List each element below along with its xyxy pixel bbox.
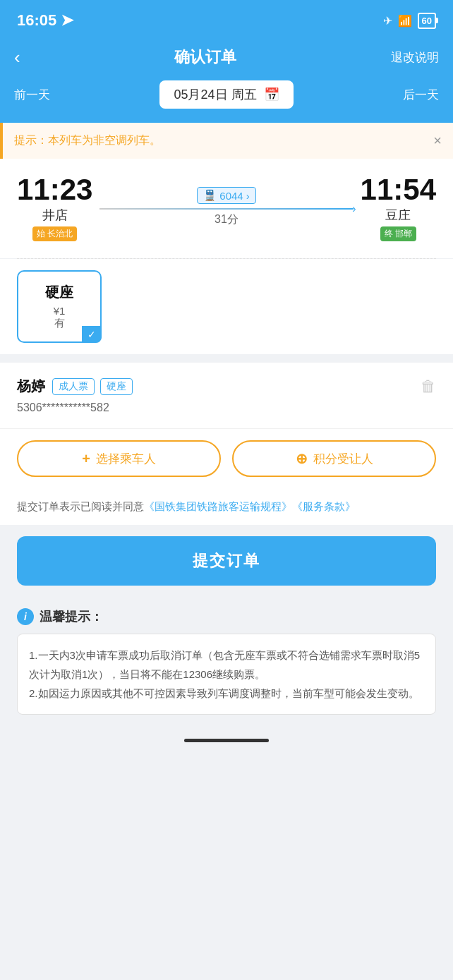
arrival-info: 11:54 豆庄 终 邯郸 (361, 173, 436, 241)
seat-type-badge: 硬座 (100, 378, 133, 395)
train-info-card: 11:23 井店 始 长治北 🚆 6044 › 31分 (0, 159, 453, 258)
submit-section: 提交订单 (0, 525, 453, 597)
tips-section: i 温馨提示： 1.一天内3次申请车票成功后取消订单（包含无座车票或不符合选铺需… (0, 597, 453, 726)
location-icon: ➤ (61, 11, 73, 30)
passenger-header: 杨婷 成人票 硬座 🗑 (17, 377, 436, 396)
notice-text: 提示：本列车为非空调列车。 (14, 133, 161, 148)
arrival-time: 11:54 (361, 173, 436, 206)
passenger-badges: 成人票 硬座 (52, 378, 133, 395)
info-icon: i (17, 608, 34, 625)
status-icons: ✈ 📶 60 (383, 13, 436, 29)
arrival-tag-label: 终 (385, 229, 393, 238)
points-icon: ⊕ (296, 450, 308, 467)
terms-link-1[interactable]: 《国铁集团铁路旅客运输规程》 (144, 500, 292, 512)
train-number: 🚆 6044 › (197, 187, 255, 204)
train-middle: 🚆 6044 › 31分 (92, 187, 360, 227)
tips-text: 1.一天内3次申请车票成功后取消订单（包含无座车票或不符合选铺需求车票时取消5次… (29, 649, 420, 699)
agreement-prefix: 提交订单表示已阅读并同意 (17, 500, 144, 512)
action-buttons: + 选择乘车人 ⊕ 积分受让人 (0, 428, 453, 488)
departure-info: 11:23 井店 始 长治北 (17, 173, 92, 241)
terms-link-2[interactable]: 《服务条款》 (292, 500, 356, 512)
notice-close-button[interactable]: × (433, 133, 442, 149)
refund-policy-button[interactable]: 退改说明 (391, 49, 439, 66)
add-passenger-button[interactable]: + 选择乘车人 (17, 440, 221, 477)
seat-check-icon: ✓ (82, 326, 102, 343)
status-bar: 16:05 ➤ ✈ 📶 60 (0, 0, 453, 38)
train-num-text: 6044 (219, 190, 243, 202)
passenger-section: 杨婷 成人票 硬座 🗑 5306***********582 (0, 363, 453, 428)
battery-indicator: 60 (418, 13, 436, 29)
train-num-badge: 🚆 6044 › (197, 187, 255, 204)
date-selector[interactable]: 05月24日 周五 📅 (159, 80, 293, 109)
home-bar (184, 739, 269, 742)
train-image-icon: 🚆 (203, 189, 217, 202)
home-indicator (0, 726, 453, 754)
arrival-station: 豆庄 (361, 207, 436, 224)
page-title: 确认订单 (174, 47, 236, 68)
next-day-button[interactable]: 后一天 (403, 87, 439, 103)
submit-order-button[interactable]: 提交订单 (17, 536, 436, 586)
seat-option-hard[interactable]: 硬座 ¥1 有 ✓ (17, 270, 102, 343)
route-arrow (99, 208, 353, 210)
tips-title: i 温馨提示： (17, 608, 436, 625)
departure-full-name: 长治北 (47, 229, 73, 238)
arrival-tag: 终 邯郸 (380, 226, 416, 241)
add-passenger-label: 选择乘车人 (96, 451, 156, 467)
add-icon: + (82, 451, 90, 467)
passenger-name: 杨婷 (17, 377, 45, 396)
status-time: 16:05 ➤ (17, 11, 73, 30)
passenger-id: 5306***********582 (17, 401, 436, 414)
seat-availability: 有 (38, 317, 80, 330)
prev-day-button[interactable]: 前一天 (14, 87, 50, 103)
nav-header: ‹ 确认订单 退改说明 (0, 38, 453, 80)
arrival-full-name: 邯郸 (395, 229, 412, 238)
delete-passenger-button[interactable]: 🗑 (421, 377, 436, 396)
train-num-arrow: › (246, 190, 250, 202)
main-content: 提示：本列车为非空调列车。 × 11:23 井店 始 长治北 🚆 6044 (0, 123, 453, 754)
train-duration: 31分 (215, 212, 238, 227)
ticket-type-badge: 成人票 (52, 378, 95, 395)
date-bar: 前一天 05月24日 周五 📅 后一天 (0, 80, 453, 123)
back-button[interactable]: ‹ (14, 47, 20, 68)
points-label: 积分受让人 (313, 451, 373, 467)
seat-type-label: 硬座 (38, 283, 80, 302)
departure-station: 井店 (17, 207, 92, 224)
passenger-left: 杨婷 成人票 硬座 (17, 377, 133, 396)
tips-content: 1.一天内3次申请车票成功后取消订单（包含无座车票或不符合选铺需求车票时取消5次… (17, 634, 436, 715)
info-icon-label: i (24, 611, 27, 622)
wifi-icon: 📶 (398, 14, 412, 28)
calendar-icon: 📅 (264, 87, 279, 102)
time-display: 16:05 (17, 11, 56, 30)
train-route: 11:23 井店 始 长治北 🚆 6044 › 31分 (17, 173, 436, 241)
tips-title-text: 温馨提示： (40, 608, 103, 625)
departure-time: 11:23 (17, 173, 92, 206)
points-transfer-button[interactable]: ⊕ 积分受让人 (232, 440, 436, 477)
seat-selector: 硬座 ¥1 有 ✓ (0, 259, 453, 354)
departure-tag: 始 长治北 (32, 226, 77, 241)
departure-tag-label: 始 (37, 229, 45, 238)
seat-price: ¥1 (38, 305, 80, 317)
airplane-icon: ✈ (383, 14, 392, 28)
agreement-text: 提交订单表示已阅读并同意《国铁集团铁路旅客运输规程》《服务条款》 (0, 488, 453, 525)
notice-banner: 提示：本列车为非空调列车。 × (0, 123, 453, 159)
date-display: 05月24日 周五 (174, 86, 256, 103)
